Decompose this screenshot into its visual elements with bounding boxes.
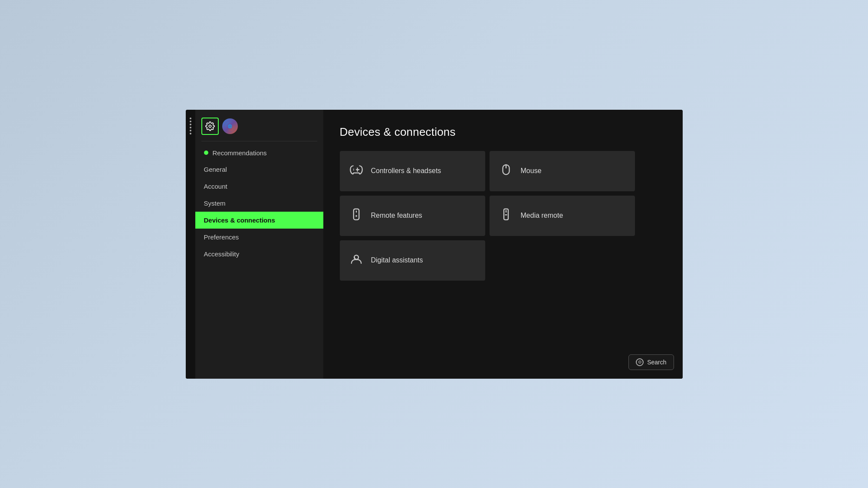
- nav-header: 🌐: [195, 116, 323, 141]
- svg-text:🌐: 🌐: [228, 124, 232, 128]
- grip-dots-icon: [190, 118, 191, 134]
- digital-assistants-icon: [349, 252, 363, 269]
- svg-point-4: [353, 170, 354, 170]
- nav-panel: 🌐 Recommendations General Account System…: [195, 110, 323, 379]
- search-icon: ⊙: [636, 358, 644, 366]
- grid-item-label: Remote features: [371, 212, 422, 219]
- sidebar-item-account[interactable]: Account: [195, 178, 323, 195]
- sidebar-strip: [186, 110, 195, 379]
- svg-point-3: [353, 168, 354, 169]
- sidebar-item-label: Devices & connections: [204, 216, 275, 224]
- grid-item-controllers[interactable]: Controllers & headsets: [340, 151, 485, 191]
- grid-item-digital-assistants[interactable]: Digital assistants: [340, 240, 485, 281]
- sidebar-item-accessibility[interactable]: Accessibility: [195, 246, 323, 262]
- sidebar-item-label: Account: [204, 183, 227, 190]
- profile-icon[interactable]: 🌐: [222, 118, 238, 134]
- remote-features-icon: [349, 208, 363, 224]
- settings-icon[interactable]: [201, 118, 219, 135]
- grid-item-label: Media remote: [521, 212, 563, 219]
- settings-window: 🌐 Recommendations General Account System…: [186, 110, 683, 379]
- sidebar-item-preferences[interactable]: Preferences: [195, 229, 323, 246]
- grid-item-label: Digital assistants: [371, 256, 423, 264]
- mouse-icon: [499, 163, 513, 179]
- status-dot: [204, 151, 208, 155]
- page-title: Devices & connections: [340, 125, 666, 139]
- sidebar-item-recommendations[interactable]: Recommendations: [195, 145, 323, 161]
- sidebar-item-system[interactable]: System: [195, 195, 323, 212]
- sidebar-item-label: Recommendations: [213, 149, 267, 157]
- search-label: Search: [647, 359, 666, 366]
- grid-item-mouse[interactable]: Mouse: [490, 151, 635, 191]
- svg-point-0: [209, 125, 211, 128]
- controller-icon: [349, 163, 363, 179]
- svg-rect-12: [505, 214, 507, 216]
- sidebar-item-label: Accessibility: [204, 250, 240, 258]
- sidebar-item-devices[interactable]: Devices & connections: [195, 212, 323, 229]
- sidebar-item-label: General: [204, 166, 227, 173]
- grid-item-label: Mouse: [521, 167, 542, 175]
- grid-item-remote-features[interactable]: Remote features: [340, 196, 485, 236]
- grid-item-label: Controllers & headsets: [371, 167, 441, 175]
- sidebar-item-label: System: [204, 200, 226, 207]
- search-button[interactable]: ⊙ Search: [628, 354, 674, 370]
- media-remote-icon: [499, 208, 513, 224]
- nav-divider: [201, 141, 317, 141]
- main-content: Devices & connections Controllers & head…: [323, 110, 683, 379]
- svg-point-9: [355, 215, 357, 216]
- grid-item-media-remote[interactable]: Media remote: [490, 196, 635, 236]
- sidebar-item-general[interactable]: General: [195, 161, 323, 178]
- svg-rect-7: [353, 209, 359, 219]
- devices-grid: Controllers & headsets Mouse: [340, 151, 635, 281]
- sidebar-item-label: Preferences: [204, 233, 239, 241]
